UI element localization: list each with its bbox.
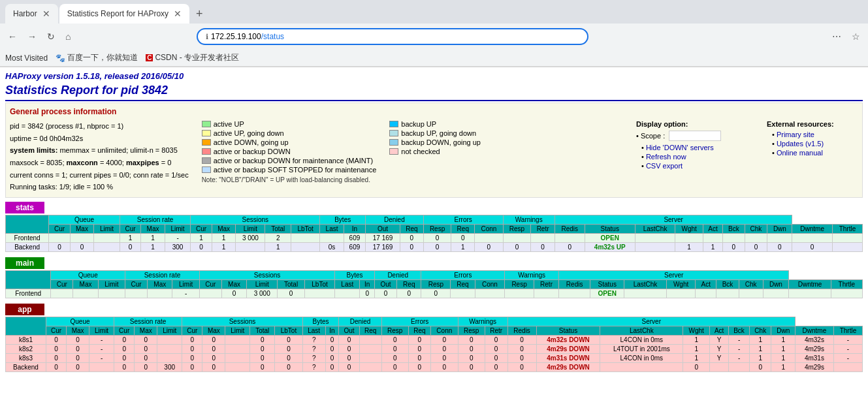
th-cur-q-a: Cur — [46, 326, 66, 336]
extensions-button[interactable]: ⋯ — [829, 29, 844, 44]
td: 0 — [485, 354, 507, 363]
th-out-a: Out — [339, 326, 359, 336]
haproxy-title: Statistics Report for pid 3842 — [5, 84, 863, 97]
td — [635, 243, 675, 252]
csv-export-link[interactable]: CSV export — [646, 162, 683, 170]
td: 1 — [212, 234, 235, 243]
bookmark-button[interactable]: ☆ — [849, 29, 863, 44]
updates-link[interactable]: Updates (v1.5) — [777, 140, 824, 148]
th-lim-q-s: Limit — [94, 225, 120, 234]
th-wght-m: Wght — [666, 280, 696, 289]
online-manual-link[interactable]: Online manual — [777, 149, 823, 157]
td: Y — [710, 345, 729, 354]
legend-soft-stopped: active or backup SOFT STOPPED for mainte… — [202, 166, 377, 174]
hide-down-servers-link[interactable]: Hide 'DOWN' servers — [646, 144, 714, 151]
td: - — [729, 345, 750, 354]
td — [767, 234, 792, 243]
info-line-2: uptime = 0d 0h04m32s — [10, 133, 189, 145]
td — [745, 234, 767, 243]
td: 1 — [683, 354, 710, 363]
td: 3 000 — [236, 234, 265, 243]
tab-haproxy-label: Statistics Report for HAProxy — [67, 9, 169, 18]
tab-haproxy-close[interactable]: ✕ — [174, 8, 182, 19]
legend-label-active-backup-down: active or backup DOWN — [214, 148, 291, 155]
url-bar[interactable]: ℹ 172.25.19.100/status — [197, 28, 588, 45]
col-bytes-app: Bytes — [302, 317, 339, 326]
td — [723, 234, 745, 243]
th-lastchk-a: LastChk — [600, 326, 683, 336]
legend-label-backup-up: backup UP — [401, 120, 436, 128]
td: 0 — [339, 336, 359, 345]
new-tab-button[interactable]: + — [191, 7, 208, 21]
td: 0 — [381, 336, 408, 345]
td: 0 — [202, 354, 225, 363]
bookmark-csdn-label: CSDN - 专业开发者社区 — [155, 52, 239, 63]
td: 0 — [750, 363, 771, 372]
info-line-5: current conns = 1; current pipes = 0/0; … — [10, 169, 189, 181]
th-max-sr-m: Max — [148, 280, 172, 289]
td: - — [833, 354, 862, 363]
th-lim-ses-a: Limit — [225, 326, 250, 336]
th-conn-e-m: Conn — [475, 280, 505, 289]
col-server-stats: Server — [555, 215, 792, 225]
tab-haproxy[interactable]: Statistics Report for HAProxy ✕ — [59, 4, 189, 24]
th-lastchk-m: LastChk — [624, 280, 666, 289]
td: 0 — [202, 336, 225, 345]
td: 1 — [212, 243, 235, 252]
td — [225, 336, 250, 345]
td: 0 — [381, 345, 408, 354]
primary-site-link[interactable]: Primary site — [777, 131, 814, 138]
legend-box-active-up — [202, 121, 211, 127]
td — [291, 243, 320, 252]
td: 0 — [408, 336, 430, 345]
reload-button[interactable]: ↻ — [44, 29, 57, 44]
k8s1-label: k8s1 — [6, 336, 46, 345]
scope-input[interactable] — [669, 131, 721, 141]
info-legend: active UP active UP, going down active D… — [202, 120, 623, 193]
legend-box-soft-stopped — [202, 166, 211, 173]
td: 0 — [507, 363, 536, 372]
th-cur-q-m: Cur — [51, 280, 73, 289]
td: 0 — [408, 354, 430, 363]
bookmark-most-visited[interactable]: Most Visited — [5, 54, 48, 63]
td — [51, 289, 73, 298]
td: 3 000 — [247, 289, 278, 298]
tab-harbor[interactable]: Harbor ✕ — [5, 4, 58, 24]
th-req-e-s: Req — [451, 225, 475, 234]
th-max-q-s: Max — [70, 225, 93, 234]
th-dwn-a: Dwn — [771, 326, 795, 336]
col-session-rate-main: Session rate — [125, 271, 200, 280]
stats-section: stats Queue Session rate Sessions Bytes … — [5, 202, 863, 252]
baidu-icon: 🐾 — [56, 54, 65, 63]
app-section: app Queue Session rate Sessions Bytes De… — [5, 304, 863, 372]
td: 0 — [275, 336, 302, 345]
th-cur-ses-m: Cur — [199, 280, 221, 289]
td: 0 — [683, 363, 710, 372]
th-resp-e-s: Resp — [503, 225, 531, 234]
col-warnings-stats: Warnings — [503, 215, 555, 225]
td — [320, 234, 344, 243]
col-session-rate-stats: Session rate — [120, 215, 191, 225]
refresh-now-link[interactable]: Refresh now — [646, 153, 686, 161]
col-denied-stats: Denied — [366, 215, 424, 225]
td — [304, 289, 334, 298]
legend-active-backup-down: active or backup DOWN — [202, 148, 377, 155]
general-info-layout: pid = 3842 (process #1, nbproc = 1) upti… — [10, 120, 858, 193]
td — [792, 234, 832, 243]
bookmark-csdn[interactable]: C CSDN - 专业开发者社区 — [146, 52, 239, 63]
td: Y — [710, 354, 729, 363]
legend-box-not-checked — [389, 148, 398, 155]
app-backend-label: Backend — [6, 363, 46, 372]
external-resources-title: External resources: — [767, 120, 858, 128]
stats-backend-label: Backend — [6, 243, 49, 252]
forward-button[interactable]: → — [25, 29, 39, 44]
th-last-m: Last — [335, 280, 360, 289]
back-button[interactable]: ← — [5, 29, 20, 44]
td — [70, 234, 93, 243]
tab-harbor-close[interactable]: ✕ — [42, 8, 50, 19]
td: 0 — [275, 363, 302, 372]
td — [98, 289, 125, 298]
home-button[interactable]: ⌂ — [63, 29, 73, 44]
bookmark-baidu[interactable]: 🐾 百度一下，你就知道 — [56, 52, 138, 63]
td — [635, 234, 675, 243]
